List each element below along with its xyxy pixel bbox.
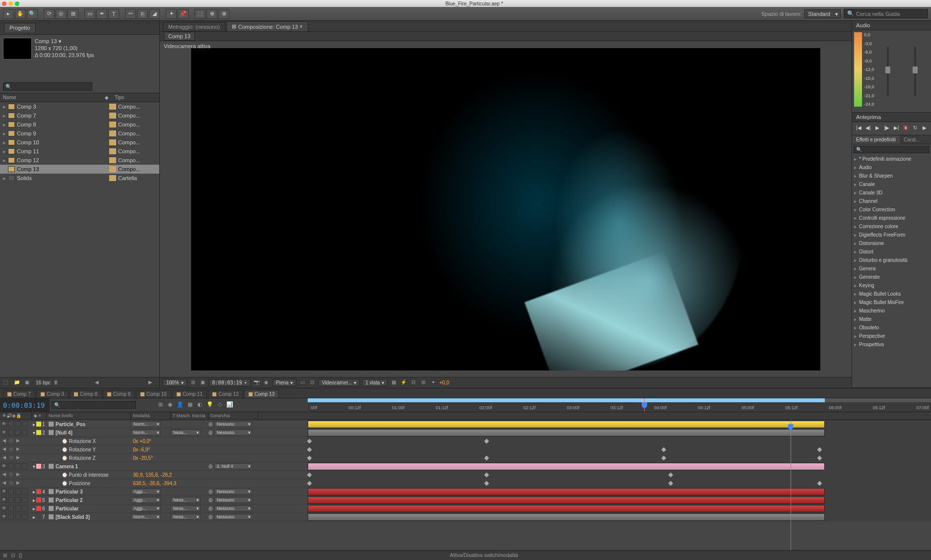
loop-icon[interactable]: ↻ xyxy=(911,125,919,132)
fast-preview-icon[interactable]: ⚡ xyxy=(399,379,407,386)
effect-category[interactable]: ▸Generate xyxy=(852,273,931,281)
roi-icon[interactable]: ▭ xyxy=(298,379,306,386)
parent-column[interactable]: Gerarchia xyxy=(208,412,258,420)
project-item[interactable]: ▸SolidsCartella xyxy=(0,174,159,183)
draft-3d-icon[interactable]: ◉ xyxy=(166,401,175,409)
comp-subtab[interactable]: Comp 13 xyxy=(164,32,195,41)
interpret-footage-icon[interactable]: ⬚ xyxy=(3,379,11,386)
effect-category[interactable]: ▸Genera xyxy=(852,264,931,273)
eraser-tool[interactable]: ◢ xyxy=(149,9,160,19)
project-item[interactable]: ▸Comp 12Compo... xyxy=(0,156,159,165)
view-dropdown[interactable]: 1 vista xyxy=(362,379,388,386)
project-search[interactable] xyxy=(3,82,92,91)
transparency-icon[interactable]: ⊡ xyxy=(308,379,316,386)
audio-slider-left[interactable] xyxy=(887,47,889,96)
resolution-dropdown[interactable]: Piena xyxy=(272,379,297,386)
label-column[interactable]: ◆ # xyxy=(32,412,47,420)
effect-category[interactable]: ▸Blur & Sharpen xyxy=(852,172,931,180)
track-column[interactable]: T Masch. traccia xyxy=(171,412,208,420)
mode-column[interactable]: Modalità xyxy=(131,412,171,420)
project-item[interactable]: ▸Comp 9Compo... xyxy=(0,129,159,138)
help-search[interactable]: 🔍 Cerca nella Guida xyxy=(844,9,928,18)
type-tool[interactable]: T xyxy=(108,9,119,19)
effect-category[interactable]: ▸Distorsione xyxy=(852,239,931,248)
timeline-tab[interactable]: Comp 7 xyxy=(3,390,35,398)
effect-category[interactable]: ▸Mascherino xyxy=(852,307,931,315)
layer-property[interactable]: ◀◇▶ ⌚ Rotazione Y 0x -6,9° xyxy=(0,445,931,454)
timeline-timecode[interactable]: 0:00:03:19 xyxy=(0,398,50,412)
exposure-value[interactable]: +0,0 xyxy=(439,380,449,385)
frame-blend-icon[interactable]: ▦ xyxy=(186,401,195,409)
close-window[interactable] xyxy=(2,1,6,6)
effect-category[interactable]: ▸Digieffects FreeForm xyxy=(852,231,931,239)
layer-property[interactable]: ◀◇▶ ⌚ Rotazione Z 0x -20,5° xyxy=(0,454,931,462)
exposure-reset-icon[interactable]: ✦ xyxy=(429,379,437,386)
character-tab[interactable]: Carat... xyxy=(900,135,924,144)
play-icon[interactable]: ▶ xyxy=(874,125,881,132)
project-item[interactable]: ▸Comp 8Compo... xyxy=(0,120,159,129)
effect-category[interactable]: ▸Keying xyxy=(852,281,931,290)
puppet-tool[interactable]: 📌 xyxy=(178,9,189,19)
footage-tab[interactable]: Metraggio: (nessuno) xyxy=(163,22,225,31)
flowchart-icon[interactable]: ⊞ xyxy=(419,379,427,386)
toggle-switches-icon[interactable]: ⊞ xyxy=(3,553,7,558)
motion-blur-icon[interactable]: ◐ xyxy=(196,401,204,409)
clone-tool[interactable]: ⎘ xyxy=(137,9,148,19)
effect-category[interactable]: ▸Prospettiva xyxy=(852,340,931,349)
col-type[interactable]: Tipo xyxy=(115,95,134,100)
layer-property[interactable]: ◀◇▶ ⌚ Rotazione X 0x +0,0° xyxy=(0,437,931,445)
timeline-tab[interactable]: Comp 10 xyxy=(136,390,171,398)
rotation-tool[interactable]: ⟳ xyxy=(44,9,55,19)
camera-dropdown[interactable]: Videocamer... xyxy=(318,379,360,386)
bpc-label[interactable]: 16 bpc xyxy=(36,380,51,385)
selection-tool[interactable]: ▸ xyxy=(3,9,14,19)
composition-tab[interactable]: ⊞ Composizione: Comp 13 ▾ xyxy=(226,21,308,31)
ram-preview-icon[interactable]: ▶ xyxy=(921,125,928,132)
audio-slider-right[interactable] xyxy=(914,47,916,96)
graph-editor-icon[interactable]: 📊 xyxy=(225,401,234,409)
composition-viewport[interactable] xyxy=(191,48,820,371)
effect-category[interactable]: ▸Perspective xyxy=(852,332,931,340)
tab-dropdown-icon[interactable]: ▾ xyxy=(300,23,303,30)
toggle-switches-icon3[interactable]: {} xyxy=(19,553,22,558)
last-frame-icon[interactable]: ▶| xyxy=(893,125,900,132)
timecode-display[interactable]: 0:00:03:19 xyxy=(209,379,251,386)
scroll-right-icon[interactable]: ▶ xyxy=(148,379,156,386)
effect-category[interactable]: ▸Channel xyxy=(852,197,931,205)
timeline-ruler[interactable]: :00f00:12f01:00f01:12f02:00f02:12f03:00f… xyxy=(308,398,931,412)
project-item[interactable]: ▸Comp 7Compo... xyxy=(0,111,159,120)
channel-icon[interactable]: ◉ xyxy=(263,379,270,386)
effects-search[interactable] xyxy=(854,146,930,153)
effect-category[interactable]: ▸Correzione colore xyxy=(852,222,931,231)
effect-category[interactable]: ▸* Predefiniti animazione xyxy=(852,155,931,163)
effect-category[interactable]: ▸Magic Bullet MisFire xyxy=(852,298,931,307)
toggle-switches-icon2[interactable]: ⊡ xyxy=(11,553,15,558)
effect-category[interactable]: ▸Controlli espressione xyxy=(852,214,931,222)
delete-icon[interactable]: 🗑 xyxy=(54,379,62,386)
effect-category[interactable]: ▸Obsoleto xyxy=(852,323,931,332)
effect-category[interactable]: ▸Canale 3D xyxy=(852,188,931,197)
comp-thumbnail[interactable] xyxy=(3,38,32,60)
new-folder-icon[interactable]: 📁 xyxy=(14,379,22,386)
hand-tool[interactable]: ✋ xyxy=(15,9,26,19)
effect-category[interactable]: ▸Color Correction xyxy=(852,205,931,214)
scroll-left-icon[interactable]: ◀ xyxy=(95,379,103,386)
pan-behind-tool[interactable]: ⊞ xyxy=(67,9,78,19)
auto-keyframe-icon[interactable]: ◇ xyxy=(215,401,224,409)
comp-name[interactable]: Comp 13 ▾ xyxy=(35,38,94,45)
mute-icon[interactable]: 🔇 xyxy=(902,125,909,132)
effects-tab[interactable]: Effetti e predefiniti xyxy=(852,135,900,144)
effect-category[interactable]: ▸Magic Bullet Looks xyxy=(852,290,931,298)
effect-category[interactable]: ▸Audio xyxy=(852,163,931,172)
timeline-layer[interactable]: 👁 ▸6 Particular Aggi... Ness... ◎ Nessun… xyxy=(0,504,931,513)
layer-property[interactable]: ◀◇▶ ⌚ Punto di interesse 30,9, 135,8, -2… xyxy=(0,471,931,479)
timeline-layer[interactable]: 👁 ▾3 Camera 1 ◎ 2. Null 4 xyxy=(0,462,931,471)
preview-tab[interactable]: Anteprima xyxy=(852,113,931,122)
effect-category[interactable]: ▸Matte xyxy=(852,315,931,323)
timeline-icon[interactable]: ⊟ xyxy=(409,379,417,386)
brainstorm-icon[interactable]: 💡 xyxy=(205,401,214,409)
workspace-dropdown[interactable]: Standard xyxy=(804,9,841,18)
timeline-tab[interactable]: Comp 11 xyxy=(172,390,207,398)
world-axis[interactable]: ⊕ xyxy=(206,9,217,19)
project-tab[interactable]: Progetto xyxy=(4,23,36,32)
